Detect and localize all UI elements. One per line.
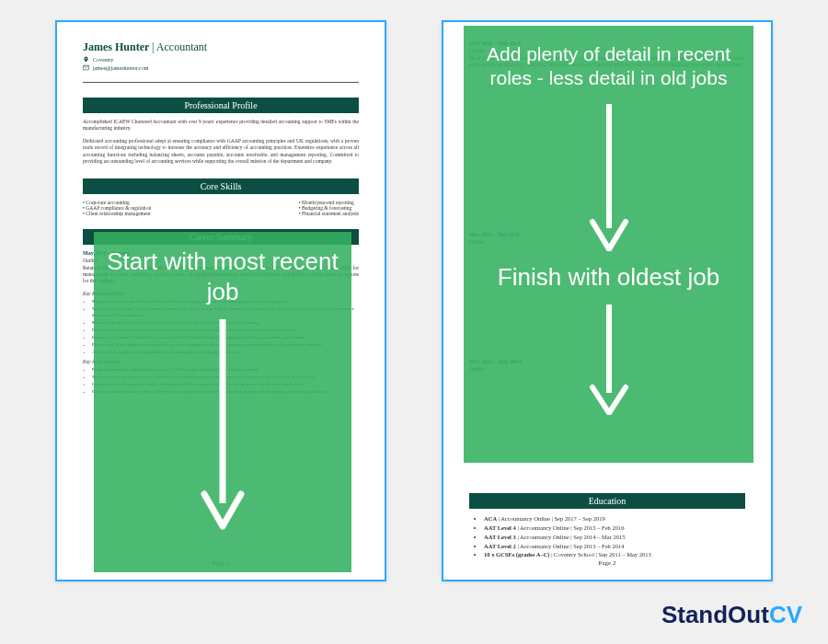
skill-item: GAAP compliance & regulation: [83, 205, 151, 211]
cv-role: Accountant: [156, 40, 207, 53]
education-item: 10 x GCSEs (grades A–C) | Coventry Schoo…: [484, 550, 745, 559]
profile-banner: Professional Profile: [83, 98, 359, 113]
skill-item: Financial statement analysis: [299, 211, 359, 216]
cv-name: James Hunter: [83, 40, 149, 53]
annotation-2-top-text: Add plenty of detail in recent roles - l…: [475, 42, 742, 91]
cv-location: Coventry: [93, 57, 113, 63]
core-skills-columns: Corporate accounting GAAP compliance & r…: [83, 200, 359, 216]
arrow-down-icon: [589, 104, 629, 251]
arrow-down-icon: [589, 305, 629, 415]
skill-item: Client relationship management: [83, 211, 151, 216]
education-item: ACA | Accountancy Online | Sep 2017 – Se…: [484, 514, 745, 523]
education-item: AAT Level 4 | Accountancy Online | Sep 2…: [484, 523, 745, 533]
annotation-overlay-2: Add plenty of detail in recent roles - l…: [464, 26, 753, 463]
cv-name-header: James Hunter | Accountant: [83, 40, 359, 54]
location-icon: [83, 56, 89, 63]
brand-word-2: CV: [769, 601, 802, 628]
brand-logo: StandOutCV: [661, 601, 802, 629]
annotation-2-bottom-text: Finish with oldest job: [498, 262, 719, 293]
core-skills-right: Month/year-end reporting Budgeting & for…: [299, 200, 359, 216]
page-2-number: Page 2: [469, 559, 745, 567]
contact-email: james@jameshunter.com: [83, 64, 359, 71]
skill-item: Budgeting & forecasting: [299, 205, 359, 211]
pages-container: James Hunter | Accountant Coventry james…: [0, 0, 828, 581]
arrow-down-icon: [200, 319, 246, 531]
skill-item: Month/year-end reporting: [299, 200, 359, 205]
core-skills-banner: Core Skills: [83, 178, 359, 194]
core-skills-left: Corporate accounting GAAP compliance & r…: [83, 200, 151, 216]
annotation-1-text: Start with most recent job: [105, 247, 340, 306]
header-rule: [83, 82, 359, 83]
profile-p1: Accomplished ICAEW Chartered Accountant …: [83, 119, 359, 132]
education-item: AAT Level 2 | Accountancy Online | Sep 2…: [484, 542, 745, 551]
profile-p2: Dedicated accounting professional adept …: [83, 138, 359, 166]
education-item: AAT Level 3 | Accountancy Online | Sep 2…: [484, 533, 745, 542]
education-banner: Education: [469, 493, 745, 509]
annotation-overlay-1: Start with most recent job: [94, 232, 351, 572]
brand-word-1: StandOut: [661, 601, 769, 628]
cv-page-1: James Hunter | Accountant Coventry james…: [55, 20, 386, 581]
education-list: ACA | Accountancy Online | Sep 2017 – Se…: [484, 514, 745, 559]
contact-location: Coventry: [83, 56, 359, 63]
cv-email: james@jameshunter.com: [93, 65, 148, 71]
cv-page-2: May 2016 – May 2019 Outline Hired to pro…: [442, 20, 773, 581]
email-icon: [83, 64, 89, 71]
